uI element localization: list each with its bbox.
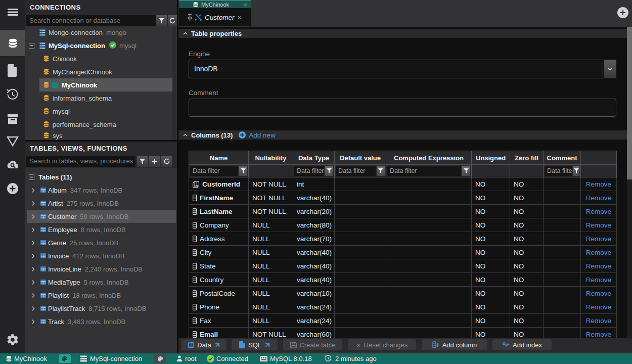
svg-text:1: 1: [195, 181, 198, 186]
